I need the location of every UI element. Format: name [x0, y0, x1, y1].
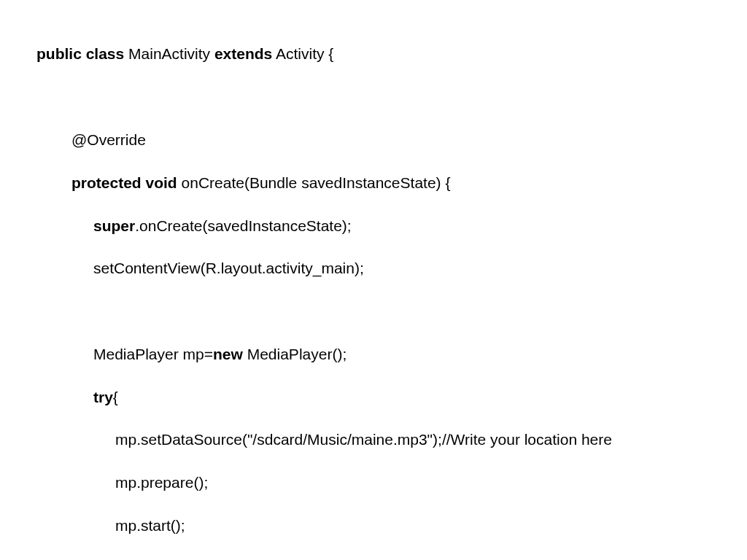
- code-line: MediaPlayer mp=new MediaPlayer();: [36, 343, 711, 365]
- keyword: new: [213, 346, 243, 362]
- code-line: mp.start();: [36, 515, 711, 536]
- keyword: public class: [36, 45, 124, 62]
- blank-line: [36, 300, 711, 322]
- code-text: mp.setDataSource("/sdcard/Music/maine.mp…: [115, 431, 612, 448]
- code-snippet: public class MainActivity extends Activi…: [36, 22, 711, 560]
- code-line: mp.prepare();: [36, 472, 711, 493]
- code-line: setContentView(R.layout.activity_main);: [36, 257, 711, 279]
- code-text: @Override: [71, 131, 146, 148]
- code-text: MediaPlayer mp=: [93, 346, 213, 362]
- code-line: @Override: [36, 129, 711, 150]
- code-text: setContentView(R.layout.activity_main);: [93, 260, 364, 276]
- keyword: extends: [214, 45, 272, 62]
- code-text: .onCreate(savedInstanceState);: [135, 217, 352, 234]
- code-text: mp.start();: [115, 517, 185, 534]
- blank-line: [36, 86, 711, 107]
- code-line: try{: [36, 386, 711, 408]
- code-text: MainActivity: [124, 45, 214, 62]
- code-text: onCreate(Bundle savedInstanceState) {: [177, 174, 451, 191]
- code-line: public class MainActivity extends Activi…: [36, 43, 711, 64]
- code-line: super.onCreate(savedInstanceState);: [36, 215, 711, 236]
- keyword: protected void: [71, 174, 177, 191]
- code-text: Activity {: [272, 45, 333, 62]
- keyword: super: [93, 217, 135, 234]
- code-text: MediaPlayer();: [243, 346, 347, 362]
- code-text: {: [113, 389, 118, 405]
- code-line: mp.setDataSource("/sdcard/Music/maine.mp…: [36, 429, 711, 450]
- code-line: protected void onCreate(Bundle savedInst…: [36, 172, 711, 193]
- code-text: mp.prepare();: [115, 474, 208, 491]
- keyword: try: [93, 389, 113, 405]
